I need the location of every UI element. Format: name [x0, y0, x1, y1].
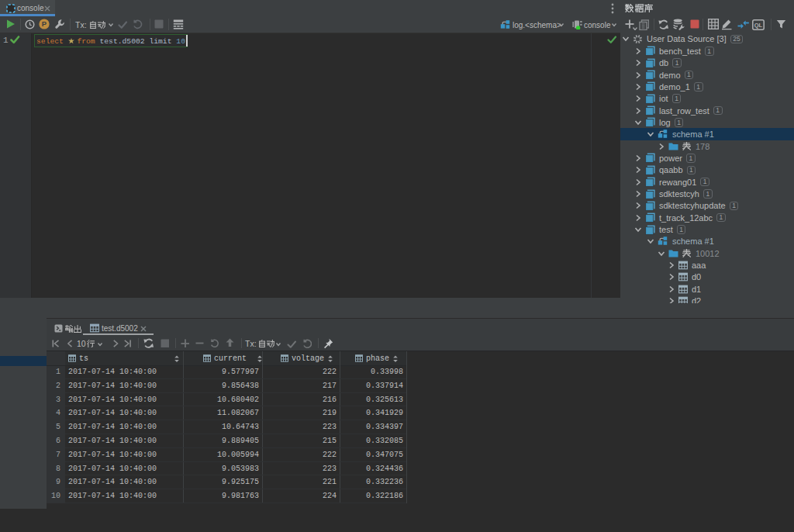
svg-text:P: P	[42, 19, 47, 28]
svg-text:QL: QL	[754, 22, 763, 29]
